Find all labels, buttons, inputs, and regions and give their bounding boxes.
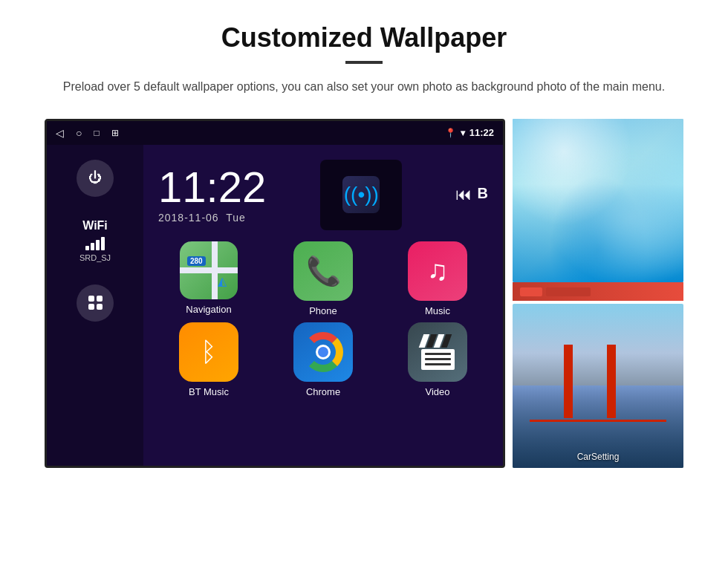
wallpaper-bridge[interactable]: CarSetting [513, 304, 683, 468]
page-title: Customized Wallpaper [45, 22, 683, 53]
media-symbol: ((•)) [344, 183, 379, 206]
media-controls: ⏮ B [455, 185, 488, 204]
music-icon: ♫ [408, 241, 467, 301]
app-item-bt-music[interactable]: ᛒ BT Music [155, 322, 263, 397]
music-note: ♫ [427, 255, 449, 287]
app-item-phone[interactable]: 📞 Phone [269, 241, 377, 316]
power-button[interactable]: ⏻ [77, 160, 114, 197]
bt-icon: ᛒ [179, 322, 238, 382]
wifi-bar-2 [91, 243, 94, 250]
clapper-line-3 [425, 363, 451, 365]
wifi-label: WiFi [79, 219, 111, 232]
app-grid: 280 ◭ Navigation 📞 Phone [151, 241, 495, 397]
phone-shape: 📞 [306, 255, 341, 287]
screenshot-icon: ⊞ [111, 128, 119, 138]
wifi-bars [79, 235, 111, 250]
clapper-lines [425, 353, 451, 365]
recent-icon[interactable]: □ [94, 128, 99, 138]
car-setting-label: CarSetting [577, 452, 620, 462]
grid-dot-4 [97, 304, 103, 310]
clock-date: 2018-11-06 Tue [158, 212, 266, 224]
prev-track-icon[interactable]: ⏮ [455, 185, 472, 204]
navigation-label: Navigation [186, 304, 231, 315]
apps-grid-icon [88, 296, 103, 310]
bridge-scene-bg [513, 304, 683, 468]
video-icon [408, 322, 467, 382]
app-item-music[interactable]: ♫ Music [383, 241, 492, 316]
nav-road-h [180, 267, 238, 273]
navigation-icon: 280 ◭ [180, 241, 238, 299]
app-item-video[interactable]: Video [383, 322, 492, 397]
app-item-navigation[interactable]: 280 ◭ Navigation [155, 241, 263, 316]
page-wrapper: Customized Wallpaper Preload over 5 defa… [0, 0, 728, 483]
bridge-deck [530, 420, 666, 422]
page-subtitle: Preload over 5 default wallpaper options… [45, 77, 683, 97]
wallpaper-ice-cave[interactable] [513, 119, 683, 283]
apps-button[interactable] [77, 284, 114, 322]
clapper-body [421, 349, 455, 370]
clapper-line-1 [425, 353, 451, 355]
phone-icon: 📞 [293, 241, 353, 301]
title-underline [345, 61, 383, 64]
screen-body: ⏻ WiFi SRD_SJ [47, 145, 503, 466]
bt-symbol: ᛒ [201, 336, 217, 368]
nav-badge: 280 [187, 256, 206, 266]
clock-time: 11:22 [158, 166, 266, 209]
clock-area: 11:22 2018-11-06 Tue ((•)) ⏮ [151, 152, 495, 241]
chrome-center [316, 345, 331, 359]
back-icon[interactable]: ◁ [56, 127, 64, 139]
status-time: 11:22 [469, 127, 494, 138]
nav-road-v [212, 241, 218, 299]
media-icon: ((•)) [342, 176, 380, 213]
shelf-bar [513, 282, 683, 301]
ice-accent [513, 119, 683, 283]
shelf-item-2 [546, 287, 591, 296]
wallpaper-panels: CarSetting [513, 119, 683, 468]
shelf-item [520, 287, 542, 296]
wifi-info: WiFi SRD_SJ [79, 219, 111, 262]
nav-pin: ◭ [218, 274, 227, 288]
home-icon[interactable]: ○ [76, 127, 82, 139]
bt-music-label: BT Music [189, 386, 229, 397]
chrome-label: Chrome [306, 386, 340, 397]
chrome-ring [303, 332, 343, 372]
wifi-icon: ▾ [461, 128, 465, 138]
left-sidebar: ⏻ WiFi SRD_SJ [47, 145, 143, 466]
nav-buttons: ◁ ○ □ ⊞ [56, 127, 119, 139]
wifi-ssid: SRD_SJ [79, 253, 111, 262]
content-area: ◁ ○ □ ⊞ 📍 ▾ 11:22 [45, 119, 683, 468]
app-item-chrome[interactable]: Chrome [269, 322, 377, 397]
clapper-top [421, 334, 455, 348]
status-bar: ◁ ○ □ ⊞ 📍 ▾ 11:22 [47, 121, 503, 145]
chrome-icon-container [293, 322, 353, 382]
grid-dot-2 [97, 296, 103, 302]
video-label: Video [425, 386, 449, 397]
clapper-line-2 [425, 358, 451, 360]
android-screen: ◁ ○ □ ⊞ 📍 ▾ 11:22 [45, 119, 505, 468]
power-icon: ⏻ [88, 170, 102, 186]
main-area: 11:22 2018-11-06 Tue ((•)) ⏮ [143, 145, 503, 466]
wifi-bar-1 [85, 246, 89, 250]
wifi-bar-3 [96, 240, 100, 250]
bridge-tower-left [564, 345, 573, 418]
clock-info: 11:22 2018-11-06 Tue [158, 166, 266, 224]
track-label: B [478, 185, 488, 204]
ice-cave-bg [513, 119, 683, 283]
video-clapper [421, 334, 455, 370]
location-icon: 📍 [445, 128, 456, 138]
wifi-bar-4 [101, 237, 105, 250]
music-label: Music [425, 305, 450, 316]
phone-label: Phone [309, 305, 337, 316]
grid-dot-1 [88, 296, 94, 302]
media-widget: ((•)) [320, 160, 402, 230]
grid-dot-3 [88, 304, 94, 310]
bridge-tower-right [607, 345, 616, 418]
status-indicators: 📍 ▾ 11:22 [445, 127, 494, 138]
